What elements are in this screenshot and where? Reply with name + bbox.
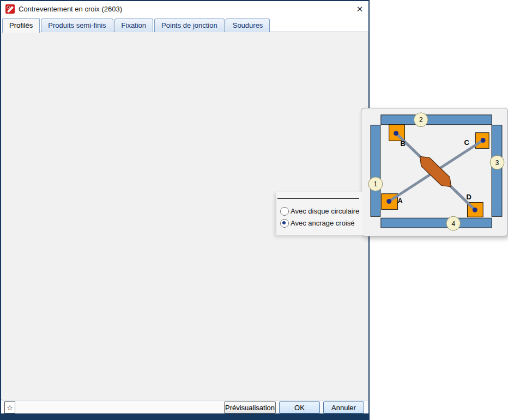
corner-label-b: B bbox=[401, 139, 406, 148]
corner-label-d: D bbox=[466, 193, 471, 201]
anchor-option-tooltip: B C A D 2 1 3 4 bbox=[361, 108, 508, 236]
tab-profiles[interactable]: Profilés bbox=[2, 18, 40, 33]
tooltip-disc-radio-label: Avec disque circulaire bbox=[291, 207, 359, 215]
window-border-top bbox=[0, 0, 370, 1]
side-badge-1: 1 bbox=[374, 180, 378, 188]
preview-button[interactable]: Prévisualisation bbox=[224, 401, 276, 413]
ok-button[interactable]: OK bbox=[279, 401, 320, 413]
tab-semi-finished[interactable]: Produits semi-finis bbox=[41, 19, 113, 32]
side-badge-4: 4 bbox=[451, 220, 455, 228]
tab-strip: Profilés Produits semi-finis Fixation Po… bbox=[2, 18, 271, 32]
tooltip-group-line bbox=[277, 198, 359, 199]
side-badge-3: 3 bbox=[495, 159, 499, 167]
tooltip-anchor-radio-selected bbox=[280, 219, 289, 228]
side-badge-2: 2 bbox=[419, 116, 423, 124]
tooltip-disc-radio bbox=[280, 207, 289, 216]
corner-label-c: C bbox=[464, 138, 469, 147]
tab-junction-points[interactable]: Points de jonction bbox=[154, 19, 225, 32]
tooltip-anchor-radio-label: Avec ancrage croisé bbox=[291, 219, 355, 227]
title-bar: Contreventement en croix (2603) ✕ bbox=[1, 1, 368, 17]
tab-welds[interactable]: Soudures bbox=[226, 19, 270, 32]
window-border-bottom bbox=[0, 413, 370, 420]
bracing-diagram-crossed-anchor: B C A D 2 1 3 4 bbox=[361, 108, 506, 235]
favorite-button[interactable]: ☆ bbox=[4, 401, 15, 413]
anchor-option-tooltip-radios: Avec disque circulaire Avec ancrage croi… bbox=[276, 192, 364, 235]
app-icon bbox=[5, 4, 15, 14]
cancel-button[interactable]: Annuler bbox=[323, 401, 364, 413]
close-button[interactable]: ✕ bbox=[353, 3, 366, 15]
window-border-left bbox=[0, 0, 1, 420]
tab-fixation[interactable]: Fixation bbox=[114, 19, 154, 32]
corner-label-a: A bbox=[398, 197, 403, 205]
window-title: Contreventement en croix (2603) bbox=[19, 5, 122, 13]
